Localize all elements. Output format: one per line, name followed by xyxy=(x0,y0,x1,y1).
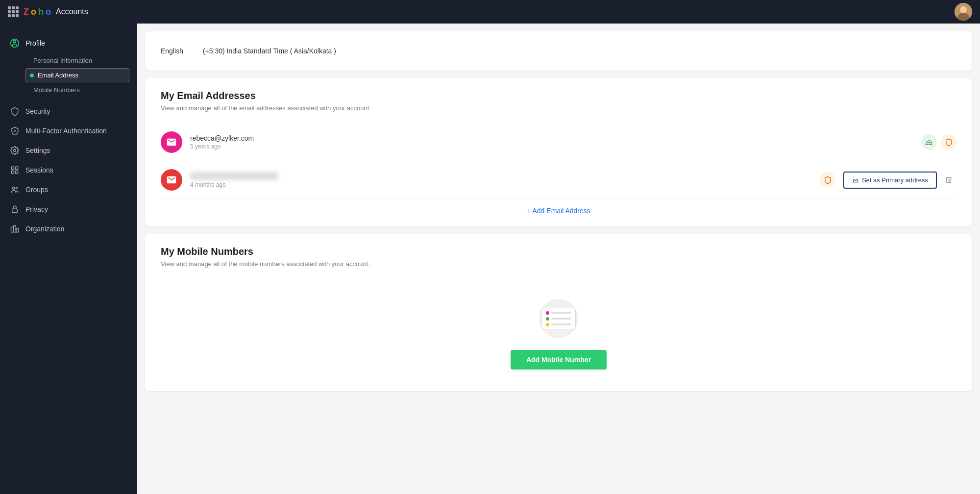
shield-check-icon xyxy=(10,126,20,136)
svg-point-1 xyxy=(960,6,967,13)
svg-point-4 xyxy=(14,40,16,43)
email-info-primary: rebecca@zylker.com 5 years ago xyxy=(190,134,909,150)
email-badges-primary xyxy=(921,134,956,150)
email-row-primary: rebecca@zylker.com 5 years ago xyxy=(161,124,956,161)
email-section-title: My Email Addresses xyxy=(161,90,956,101)
email-address-secondary xyxy=(190,172,278,180)
shield-icon xyxy=(10,106,20,116)
shield-badge-primary xyxy=(941,134,956,150)
add-email-row: + Add Email Address xyxy=(161,199,956,215)
svg-rect-7 xyxy=(16,167,18,169)
svg-point-11 xyxy=(16,188,17,189)
profile-icon xyxy=(10,38,20,48)
svg-rect-6 xyxy=(11,167,14,169)
svg-rect-15 xyxy=(16,228,19,232)
empty-illustration xyxy=(534,299,583,338)
lock-icon xyxy=(10,204,20,214)
illus-line3 xyxy=(551,323,571,325)
illus-row2 xyxy=(546,317,571,321)
language-card: English (+5:30) India Standard Time ( As… xyxy=(145,31,972,71)
email-time-secondary: 4 months ago xyxy=(190,181,808,188)
group-icon xyxy=(10,185,20,195)
crown-badge xyxy=(921,134,937,150)
email-section-desc: View and manage all of the email address… xyxy=(161,104,956,112)
svg-point-10 xyxy=(13,187,15,190)
email-actions-secondary: Set as Primary address xyxy=(843,172,956,189)
email-row-secondary: 4 months ago Set as Primary address xyxy=(161,161,956,199)
illus-dot-yellow xyxy=(546,323,549,326)
timezone-value: (+5:30) India Standard Time ( Asia/Kolka… xyxy=(203,47,336,55)
sidebar-item-mfa[interactable]: Multi-Factor Authentication xyxy=(0,121,137,141)
email-time-primary: 5 years ago xyxy=(190,143,909,150)
sidebar-nav-section: Security Multi-Factor Authentication Set… xyxy=(0,98,137,243)
illus-row3 xyxy=(546,323,571,326)
sidebar-item-security[interactable]: Security xyxy=(0,101,137,121)
gear-icon xyxy=(10,146,20,155)
email-address-primary: rebecca@zylker.com xyxy=(190,134,909,142)
trash-icon xyxy=(945,176,953,184)
svg-rect-8 xyxy=(11,171,14,173)
email-avatar-secondary xyxy=(161,169,182,191)
add-mobile-button[interactable]: Add Mobile Number xyxy=(511,350,607,370)
sidebar-profile-section: Profile Personal Information Email Addre… xyxy=(0,29,137,98)
svg-point-5 xyxy=(14,149,16,152)
svg-rect-14 xyxy=(14,225,16,232)
sessions-icon xyxy=(10,165,20,175)
mobile-section-desc: View and manage all of the mobile number… xyxy=(161,260,956,268)
sidebar-item-mobile-numbers[interactable]: Mobile Numbers xyxy=(25,82,137,98)
svg-rect-12 xyxy=(12,209,18,213)
sidebar: Profile Personal Information Email Addre… xyxy=(0,0,137,494)
sidebar-item-email-address[interactable]: Email Address xyxy=(25,68,129,82)
language-value: English xyxy=(161,47,183,55)
zoho-logo: Zoho xyxy=(24,7,51,17)
email-card: My Email Addresses View and manage all o… xyxy=(145,78,972,226)
delete-email-button[interactable] xyxy=(941,172,956,188)
set-primary-button[interactable]: Set as Primary address xyxy=(843,172,937,189)
profile-label: Profile xyxy=(25,39,45,47)
svg-point-16 xyxy=(929,140,930,141)
sidebar-item-settings[interactable]: Settings xyxy=(0,141,137,160)
topbar: Zoho Accounts xyxy=(0,0,980,24)
mobile-card: My Mobile Numbers View and manage all of… xyxy=(145,234,972,391)
sidebar-item-sessions[interactable]: Sessions xyxy=(0,160,137,180)
sidebar-item-groups[interactable]: Groups xyxy=(0,180,137,199)
illus-dot-pink xyxy=(546,311,549,315)
active-dot xyxy=(30,74,34,77)
illus-dot-green xyxy=(546,317,549,321)
user-avatar[interactable] xyxy=(955,3,972,21)
shield-badge-secondary xyxy=(820,172,835,188)
mobile-empty-state: Add Mobile Number xyxy=(161,279,956,379)
email-avatar-primary xyxy=(161,131,182,153)
sidebar-item-privacy[interactable]: Privacy xyxy=(0,199,137,219)
sidebar-item-organization[interactable]: Organization xyxy=(0,219,137,239)
org-icon xyxy=(10,224,20,234)
sidebar-sub-items: Personal Information Email Address Mobil… xyxy=(0,53,137,98)
illus-line1 xyxy=(551,312,571,314)
topbar-left: Zoho Accounts xyxy=(8,6,88,17)
mobile-section-title: My Mobile Numbers xyxy=(161,246,956,257)
main-content: English (+5:30) India Standard Time ( As… xyxy=(137,24,980,494)
crown-icon xyxy=(852,176,859,183)
language-row: English (+5:30) India Standard Time ( As… xyxy=(161,43,956,59)
sidebar-item-personal-info[interactable]: Personal Information xyxy=(25,53,137,68)
svg-rect-13 xyxy=(11,227,14,232)
sidebar-item-profile[interactable]: Profile xyxy=(0,33,137,53)
illus-line2 xyxy=(551,318,571,320)
illus-row1 xyxy=(546,311,571,315)
email-info-secondary: 4 months ago xyxy=(190,172,808,188)
grid-icon[interactable] xyxy=(8,6,19,17)
add-email-button[interactable]: + Add Email Address xyxy=(527,207,590,215)
svg-rect-9 xyxy=(16,171,18,173)
app-title: Accounts xyxy=(56,7,88,16)
email-badges-secondary xyxy=(820,172,835,188)
illus-card xyxy=(541,308,576,329)
